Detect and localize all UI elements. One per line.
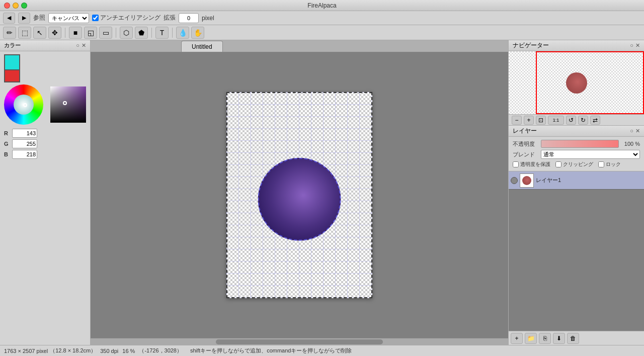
color-panel-minimize[interactable]: ○	[76, 42, 79, 49]
copy-layer-button[interactable]: ⎘	[539, 333, 551, 344]
nav-viewport-box	[536, 51, 644, 114]
zoom-fit-button[interactable]: ⊡	[536, 116, 546, 125]
blend-row: ブレンド 通常 乗算 スクリーン オーバーレイ	[513, 150, 640, 159]
preserve-transparency-item: 透明度を保護	[513, 161, 550, 168]
status-size-cm: （12.8 × 18.2cm）	[50, 347, 96, 354]
pixel-label: pixel	[202, 15, 214, 22]
fg-color-swatch[interactable]	[4, 54, 20, 70]
antialias-checkbox[interactable]	[92, 15, 99, 21]
color-wheel[interactable]	[4, 84, 43, 125]
brush-tool[interactable]: ✏	[3, 27, 16, 39]
prev-button[interactable]: ◀	[3, 13, 15, 24]
close-button[interactable]	[4, 3, 10, 9]
color-panel: カラー ○ ✕ R	[0, 40, 91, 345]
main-layout: カラー ○ ✕ R	[0, 40, 644, 345]
rotate-right-button[interactable]: ↻	[578, 116, 588, 125]
rotate-left-button[interactable]: ↺	[566, 116, 576, 125]
layers-header: レイヤー ○ ✕	[509, 126, 644, 137]
clipping-cb[interactable]	[555, 161, 561, 167]
zoom-out-button[interactable]: −	[512, 116, 522, 125]
red-input[interactable]	[12, 129, 37, 138]
text-tool[interactable]: T	[155, 27, 169, 39]
status-zoom: 16 %	[122, 348, 135, 354]
expand-input[interactable]	[179, 13, 199, 23]
zoom-reset-button[interactable]: 1:1	[548, 116, 564, 125]
green-input[interactable]	[12, 139, 37, 148]
navigator-close[interactable]: ✕	[635, 42, 640, 49]
blue-label: B	[4, 151, 10, 157]
nav-preview	[509, 51, 644, 114]
delete-layer-button[interactable]: 🗑	[567, 333, 579, 344]
status-dpi: 350 dpi	[100, 348, 118, 354]
preserve-transparency-cb[interactable]	[513, 161, 519, 167]
opacity-row: 不透明度 100 %	[513, 140, 640, 148]
layers-footer: + 📁 ⎘ ⬇ 🗑	[509, 331, 644, 345]
zoom-in-button[interactable]: +	[524, 116, 534, 125]
canvas-viewport[interactable]	[91, 52, 508, 338]
lock-label: ロック	[606, 161, 621, 168]
navigator-content	[509, 51, 644, 114]
ref-label: 参照	[33, 14, 45, 22]
layers-panel: レイヤー ○ ✕ 不透明度 100 % ブレンド 通常 乗算 スク	[509, 126, 644, 345]
layer-name: レイヤー1	[536, 176, 642, 184]
toolbar2: ✏ ⬚ ↖ ✥ ■ ◱ ▭ ⬡ ⬟ T 💧 ✋	[0, 25, 644, 40]
status-coords: （-1726，3028）	[139, 347, 182, 354]
polygon-tool[interactable]: ⬟	[135, 27, 148, 39]
scrollbar-thumb[interactable]	[216, 339, 383, 344]
color-wheel-container	[0, 82, 90, 127]
clipping-label: クリッピング	[563, 161, 593, 168]
status-dimensions: 1763 × 2507 pixel	[4, 348, 48, 354]
rect-sel-tool[interactable]: ▭	[99, 27, 112, 39]
maximize-button[interactable]	[21, 3, 27, 9]
fill-tool[interactable]: ■	[69, 27, 82, 39]
layer-visibility[interactable]	[511, 177, 518, 184]
layers-minimize[interactable]: ○	[630, 128, 633, 134]
opacity-bar[interactable]	[541, 140, 619, 148]
layer-thumbnail	[520, 173, 534, 188]
minimize-button[interactable]	[13, 3, 19, 9]
window-controls	[4, 3, 27, 9]
next-button[interactable]: ▶	[18, 13, 30, 24]
layers-list: レイヤー1	[509, 171, 644, 331]
navigator-panel: ナビゲーター ○ ✕ − + ⊡ 1:1 ↺ ↻ ⇄	[509, 40, 644, 126]
blend-label: ブレンド	[513, 151, 538, 158]
navigator-minimize[interactable]: ○	[630, 42, 633, 49]
eyedropper-tool[interactable]: 💧	[176, 27, 189, 39]
toolbar1: ◀ ▶ 参照 キャンバス レイヤー アンチエイリアシング 拡張 pixel	[0, 11, 644, 25]
layer-item[interactable]: レイヤー1	[509, 171, 644, 190]
layers-title: レイヤー	[513, 127, 537, 135]
clipping-item: クリッピング	[555, 161, 593, 168]
add-folder-button[interactable]: 📁	[525, 333, 537, 344]
antialias-label: アンチエイリアシング	[100, 14, 160, 22]
blend-select[interactable]: 通常 乗算 スクリーン オーバーレイ	[541, 150, 640, 159]
selection-tool[interactable]: ↖	[33, 27, 46, 39]
hand-tool[interactable]: ✋	[191, 27, 204, 39]
lasso-tool[interactable]: ⬡	[120, 27, 133, 39]
flip-button[interactable]: ⇄	[590, 116, 600, 125]
layers-close[interactable]: ✕	[635, 128, 640, 134]
color-swatches	[0, 51, 90, 82]
canvas-tab[interactable]: Untitled	[181, 41, 223, 52]
navigator-title: ナビゲーター	[513, 41, 549, 50]
move-tool[interactable]: ✥	[48, 27, 61, 39]
color-gradient-box[interactable]	[50, 86, 86, 123]
canvas-tab-title: Untitled	[192, 43, 212, 50]
lock-cb[interactable]	[598, 161, 604, 167]
layers-panel-icons: ○ ✕	[630, 128, 640, 134]
nav-panel-icons: ○ ✕	[630, 42, 640, 49]
blue-input[interactable]	[12, 150, 37, 159]
eraser-tool[interactable]: ⬚	[18, 27, 31, 39]
layer-options-checkboxes: 透明度を保護 クリッピング ロック	[513, 161, 640, 168]
red-label: R	[4, 130, 10, 136]
color-gradient-cursor	[63, 101, 67, 105]
color-panel-close[interactable]: ✕	[82, 42, 86, 49]
layers-options: 不透明度 100 % ブレンド 通常 乗算 スクリーン オーバーレイ	[509, 137, 644, 171]
canvas-scrollbar[interactable]	[91, 338, 508, 345]
color-wheel-inner	[14, 95, 34, 115]
circle-drawing	[258, 158, 341, 241]
view-select[interactable]: キャンバス レイヤー	[48, 13, 89, 23]
merge-layer-button[interactable]: ⬇	[553, 333, 565, 344]
gradient-tool[interactable]: ◱	[84, 27, 97, 39]
add-layer-button[interactable]: +	[511, 333, 523, 344]
opacity-value: 100 %	[622, 141, 640, 147]
